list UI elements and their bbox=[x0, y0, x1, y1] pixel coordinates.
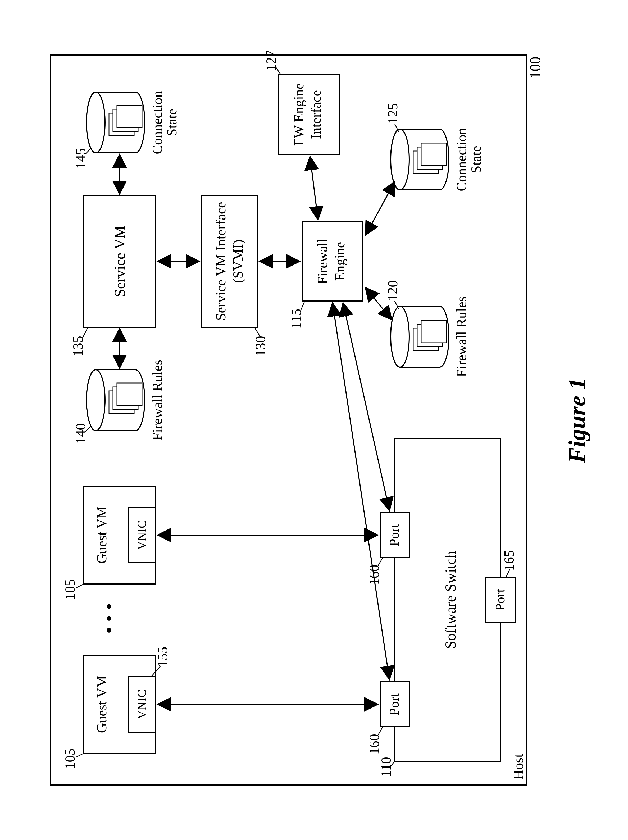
svg-point-35 bbox=[391, 129, 409, 190]
ref-135: 135 bbox=[70, 336, 85, 357]
guest-vm-2-label: Guest VM bbox=[94, 506, 109, 564]
ref-105-1: 105 bbox=[62, 748, 78, 769]
software-switch-label: Software Switch bbox=[442, 551, 459, 649]
figure-caption: Figure 1 bbox=[564, 378, 590, 464]
ref-105-2: 105 bbox=[62, 579, 78, 600]
ref-130: 130 bbox=[253, 336, 268, 357]
conn-state-bottom-label2: State bbox=[468, 146, 484, 173]
conn-state-bottom-label1: Connection bbox=[454, 128, 469, 191]
fwei-label1: FW Engine bbox=[291, 83, 306, 146]
arrow-fwengine-port1 bbox=[332, 303, 389, 679]
fwei-label2: Interface bbox=[308, 90, 324, 139]
ref-100: 100 bbox=[527, 57, 543, 79]
svg-rect-22 bbox=[202, 195, 257, 327]
ref-125: 125 bbox=[385, 103, 400, 124]
ref-160-2: 160 bbox=[367, 565, 382, 585]
software-switch-box: Software Switch bbox=[395, 439, 500, 761]
guest-vm-2: Guest VM VNIC bbox=[84, 486, 155, 584]
svg-point-11 bbox=[87, 370, 105, 431]
diagram-landscape: Host 100 Guest VM VNIC 105 155 bbox=[11, 11, 618, 830]
firewall-engine-box: Firewall Engine bbox=[302, 222, 363, 301]
firewall-rules-top bbox=[87, 370, 145, 431]
fw-engine-label2: Engine bbox=[332, 242, 347, 281]
arrow-fwengine-port2 bbox=[343, 303, 389, 510]
port-top-1-label: Port bbox=[387, 693, 402, 715]
guest-vm-1-label: Guest VM bbox=[94, 676, 109, 733]
svg-rect-38 bbox=[421, 143, 446, 166]
ref-160-1: 160 bbox=[367, 734, 382, 755]
ellipsis-icon bbox=[107, 604, 111, 633]
host-label: Host bbox=[511, 753, 526, 780]
svg-rect-20 bbox=[117, 105, 142, 128]
vnic-1-label: VNIC bbox=[135, 690, 149, 719]
guest-vm-1: Guest VM VNIC bbox=[84, 655, 155, 753]
fw-rules-top-label: Firewall Rules bbox=[150, 360, 165, 441]
ref-145: 145 bbox=[73, 148, 88, 169]
svmi-label2: (SVMI) bbox=[230, 240, 246, 283]
ref-155: 155 bbox=[155, 647, 170, 667]
firewall-rules-bottom bbox=[391, 306, 449, 367]
svg-rect-14 bbox=[117, 383, 142, 406]
fw-rules-bottom-label: Firewall Rules bbox=[454, 297, 469, 377]
vnic-2-label: VNIC bbox=[135, 520, 149, 550]
fw-engine-label1: Firewall bbox=[315, 238, 330, 284]
svg-point-5 bbox=[107, 604, 111, 609]
conn-state-bottom bbox=[391, 129, 449, 190]
svg-point-29 bbox=[391, 306, 409, 367]
conn-state-top-label2: State bbox=[164, 109, 179, 136]
ref-115: 115 bbox=[289, 309, 304, 329]
ref-110: 110 bbox=[378, 757, 394, 777]
diagram-svg: Host 100 Guest VM VNIC 105 155 bbox=[11, 11, 618, 830]
arrow-fwengine-fwei bbox=[310, 157, 318, 219]
svg-point-3 bbox=[107, 628, 111, 633]
conn-state-top bbox=[87, 92, 145, 153]
ref-165: 165 bbox=[501, 550, 517, 571]
ref-120: 120 bbox=[385, 280, 400, 301]
conn-state-top-label1: Connection bbox=[150, 91, 165, 154]
svmi-box: Service VM Interface (SVMI) bbox=[202, 195, 257, 327]
page-frame: Host 100 Guest VM VNIC 105 155 bbox=[11, 11, 619, 831]
port-bottom-label: Port bbox=[492, 589, 507, 611]
fw-engine-interface-box: FW Engine Interface bbox=[278, 75, 339, 154]
svg-point-17 bbox=[87, 92, 105, 153]
svmi-label1: Service VM Interface bbox=[213, 202, 228, 321]
service-vm: Service VM bbox=[84, 195, 155, 327]
port-top-2-label: Port bbox=[387, 524, 402, 546]
ref-140: 140 bbox=[73, 423, 88, 444]
arrow-fwengine-connstatebot bbox=[365, 182, 395, 235]
svg-point-4 bbox=[107, 616, 111, 621]
service-vm-label: Service VM bbox=[112, 225, 128, 297]
svg-rect-32 bbox=[421, 320, 446, 343]
